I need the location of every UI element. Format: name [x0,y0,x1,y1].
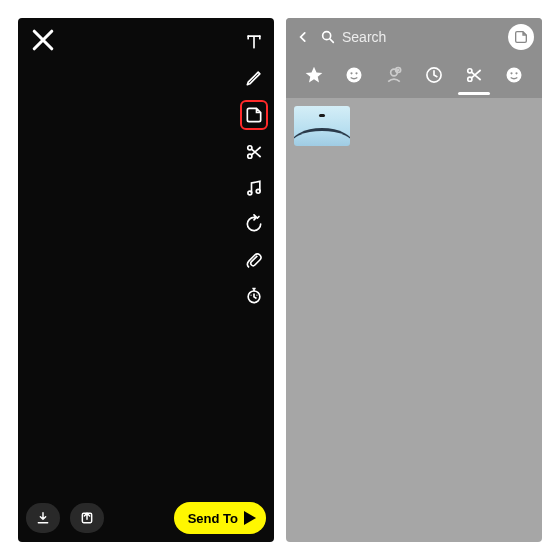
svg-point-6 [256,295,257,296]
send-to-label: Send To [188,511,238,526]
timer-icon [244,286,264,306]
editor-bottom-bar: Send To [26,502,266,534]
svg-point-2 [248,191,252,195]
send-arrow-icon [244,511,256,525]
svg-point-5 [251,295,252,296]
attachment-tool[interactable] [240,246,268,274]
pencil-icon [244,68,264,88]
clock-icon [424,65,444,85]
tool-column [240,28,268,310]
svg-point-16 [468,77,472,81]
text-icon [244,32,264,52]
scissors-icon [464,65,484,85]
tab-smiley[interactable] [500,61,528,89]
add-to-story-button[interactable] [70,503,104,533]
svg-point-18 [510,72,512,74]
editor-top-bar [18,18,274,62]
sticker-tool[interactable] [240,100,268,130]
tab-emoji[interactable] [340,61,368,89]
sticker-preview-bird [319,114,325,117]
timer-tool[interactable] [240,282,268,310]
svg-point-11 [355,72,357,74]
music-tool[interactable] [240,174,268,202]
snap-editor-panel: Send To [18,18,274,542]
attachment-icon [244,250,264,270]
svg-point-0 [248,146,252,150]
chevron-left-icon [296,30,310,44]
custom-sticker-thumb[interactable] [294,106,350,146]
search-icon [320,29,336,45]
picker-header: Search [286,18,542,56]
emoji-icon [344,65,364,85]
back-button[interactable] [294,28,312,46]
close-icon [28,25,58,55]
smiley-icon [504,65,524,85]
sticker-icon [244,105,264,125]
sticker-picker-panel: Search [286,18,542,542]
svg-point-9 [347,68,362,83]
tab-recent[interactable] [420,61,448,89]
music-icon [244,178,264,198]
bitmoji-icon [384,65,404,85]
svg-point-19 [515,72,517,74]
create-sticker-button[interactable] [508,24,534,50]
tab-bitmoji[interactable] [380,61,408,89]
pencil-tool[interactable] [240,64,268,92]
tab-scissors[interactable] [460,61,488,89]
star-icon [304,65,324,85]
svg-point-1 [248,154,252,158]
close-button[interactable] [28,25,58,55]
scissors-tool[interactable] [240,138,268,166]
save-button[interactable] [26,503,60,533]
svg-point-15 [468,69,472,73]
download-icon [35,510,51,526]
text-tool[interactable] [240,28,268,56]
rewind-icon [244,214,264,234]
send-to-button[interactable]: Send To [174,502,266,534]
svg-point-17 [507,68,522,83]
svg-point-10 [350,72,352,74]
search-placeholder: Search [342,29,386,45]
svg-point-3 [256,189,260,193]
tab-favorites[interactable] [300,61,328,89]
sticker-grid [286,98,542,542]
picker-tabs [286,56,542,98]
search-input[interactable]: Search [320,29,500,45]
sticker-icon [513,29,529,45]
rewind-tool[interactable] [240,210,268,238]
scissors-icon [244,142,264,162]
add-to-story-icon [79,510,95,526]
sticker-preview-bridge [294,128,350,146]
